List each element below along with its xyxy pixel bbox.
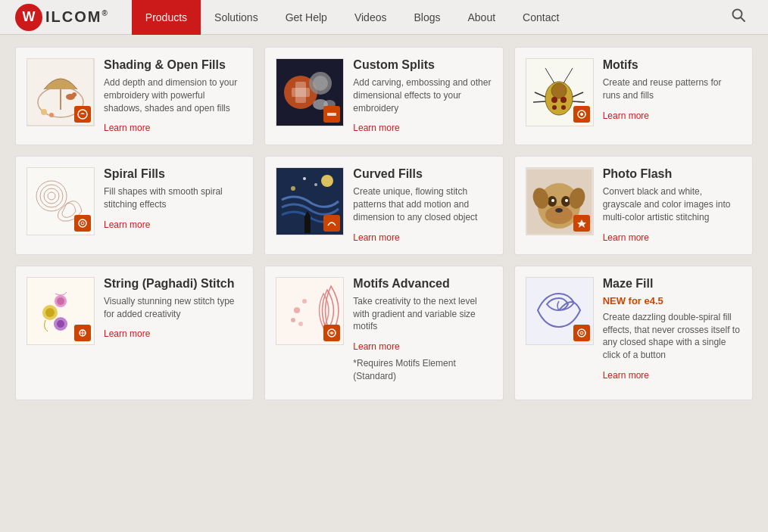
card-motifs-adv: Motifs Advanced Take creativity to the n… [264, 266, 503, 400]
card-image-custom-splits [276, 58, 344, 126]
svg-point-53 [551, 199, 554, 202]
main-content: Shading & Open Fills Add depth and dimen… [0, 35, 768, 423]
svg-point-43 [291, 186, 295, 191]
learn-more-motifs-adv[interactable]: Learn more [353, 341, 399, 352]
svg-point-39 [79, 219, 86, 227]
svg-point-73 [302, 299, 307, 303]
card-title-shading: Shading & Open Fills [104, 58, 242, 72]
svg-point-7 [41, 109, 47, 115]
card-title-spiral: Spiral Fills [104, 167, 242, 181]
logo-icon: W [15, 4, 42, 31]
nav-item-blogs[interactable]: Blogs [400, 0, 454, 35]
card-custom-splits: Custom Splits Add carving, embossing and… [264, 47, 503, 145]
svg-point-65 [57, 320, 64, 328]
card-image-motifs-adv [276, 277, 344, 345]
logo-text: ILCOM® [45, 8, 109, 26]
svg-rect-18 [327, 113, 336, 116]
card-image-spiral [27, 167, 95, 235]
svg-point-70 [294, 307, 300, 313]
nav-item-solutions[interactable]: Solutions [201, 0, 272, 35]
card-desc-motifs: Create and reuse patterns for runs and f… [603, 76, 741, 102]
card-body-photo-flash: Photo Flash Convert black and white, gra… [603, 167, 741, 243]
svg-rect-46 [304, 216, 311, 233]
svg-point-55 [555, 208, 563, 213]
logo[interactable]: W ILCOM® [15, 4, 109, 31]
card-body-custom-splits: Custom Splits Add carving, embossing and… [353, 58, 492, 134]
nav-items: Products Solutions Get Help Videos Blogs… [132, 0, 724, 35]
nav-item-about[interactable]: About [454, 0, 510, 35]
card-title-motifs: Motifs [603, 58, 741, 72]
grid-row-3: String (Paghadi) Stitch Visually stunnin… [15, 266, 753, 400]
svg-point-33 [580, 113, 583, 116]
card-desc-shading: Add depth and dimension to your embroide… [104, 76, 242, 114]
svg-line-1 [741, 17, 745, 21]
search-icon[interactable] [724, 8, 753, 26]
svg-rect-13 [292, 88, 310, 97]
grid-row-1: Shading & Open Fills Add depth and dimen… [15, 47, 753, 145]
card-title-string: String (Paghadi) Stitch [104, 277, 242, 291]
learn-more-maze[interactable]: Learn more [603, 370, 649, 381]
card-badge-custom-splits [323, 106, 340, 123]
learn-more-string[interactable]: Learn more [104, 328, 150, 339]
card-title-photo-flash: Photo Flash [603, 167, 741, 181]
svg-line-27 [533, 101, 545, 102]
card-image-photo-flash [526, 167, 594, 235]
nav-item-videos[interactable]: Videos [341, 0, 401, 35]
card-title-curved: Curved Fills [353, 167, 492, 181]
card-motifs: Motifs Create and reuse patterns for run… [514, 47, 753, 145]
svg-point-23 [560, 97, 567, 103]
nav-item-contact[interactable]: Contact [509, 0, 573, 35]
svg-point-22 [551, 97, 557, 103]
card-desc-curved: Create unique, flowing stitch patterns t… [353, 185, 492, 223]
card-body-motifs: Motifs Create and reuse patterns for run… [603, 58, 741, 122]
card-desc-spiral: Fill shapes with smooth spiral stitching… [104, 185, 242, 211]
card-image-curved [276, 167, 344, 235]
learn-more-shading[interactable]: Learn more [104, 123, 150, 133]
card-title-motifs-adv: Motifs Advanced [353, 277, 492, 291]
card-title-maze: Maze Fill [603, 277, 741, 291]
card-spiral: Spiral Fills Fill shapes with smooth spi… [15, 156, 254, 254]
card-desc-string: Visually stunning new stitch type for ad… [104, 295, 242, 321]
svg-point-78 [581, 332, 582, 333]
svg-point-54 [565, 199, 568, 202]
svg-point-72 [298, 322, 303, 326]
card-footnote-motifs-adv: *Requires Motifs Element (Standard) [353, 357, 492, 383]
card-title-custom-splits: Custom Splits [353, 58, 492, 72]
svg-point-40 [81, 222, 84, 225]
card-body-spiral: Spiral Fills Fill shapes with smooth spi… [104, 167, 242, 231]
learn-more-curved[interactable]: Learn more [353, 232, 399, 243]
card-desc-photo-flash: Convert black and white, grayscale and c… [603, 185, 741, 223]
card-badge-maze [573, 325, 590, 341]
card-image-maze [526, 277, 594, 345]
card-body-motifs-adv: Motifs Advanced Take creativity to the n… [353, 277, 492, 389]
card-string: String (Paghadi) Stitch Visually stunnin… [15, 266, 254, 400]
svg-point-71 [291, 318, 295, 322]
new-badge-maze: NEW for e4.5 [603, 295, 741, 306]
nav-item-get-help[interactable]: Get Help [272, 0, 341, 35]
svg-point-63 [45, 308, 55, 317]
svg-point-6 [72, 92, 76, 97]
card-image-string [27, 277, 95, 345]
svg-point-8 [49, 113, 54, 117]
svg-point-25 [561, 105, 566, 110]
learn-more-photo-flash[interactable]: Learn more [603, 232, 649, 243]
card-desc-maze: Create dazzling double-spiral fill effec… [603, 311, 741, 362]
logo-letter: W [23, 9, 36, 25]
card-shading: Shading & Open Fills Add depth and dimen… [15, 47, 254, 145]
card-image-shading [27, 58, 95, 126]
card-body-curved: Curved Fills Create unique, flowing stit… [353, 167, 492, 243]
card-body-string: String (Paghadi) Stitch Visually stunnin… [104, 277, 242, 341]
learn-more-spiral[interactable]: Learn more [104, 219, 150, 230]
card-image-motifs [526, 58, 594, 126]
card-photo-flash: Photo Flash Convert black and white, gra… [514, 156, 753, 254]
nav-item-products[interactable]: Products [132, 0, 201, 35]
svg-point-42 [321, 175, 333, 187]
learn-more-motifs[interactable]: Learn more [603, 110, 649, 121]
card-badge-photo-flash [573, 215, 590, 232]
card-badge-curved [323, 215, 340, 232]
learn-more-custom-splits[interactable]: Learn more [353, 123, 399, 133]
card-badge-motifs-adv [323, 325, 340, 341]
svg-point-61 [57, 297, 64, 305]
svg-point-21 [551, 83, 567, 98]
card-maze: Maze Fill NEW for e4.5 Create dazzling d… [514, 266, 753, 400]
